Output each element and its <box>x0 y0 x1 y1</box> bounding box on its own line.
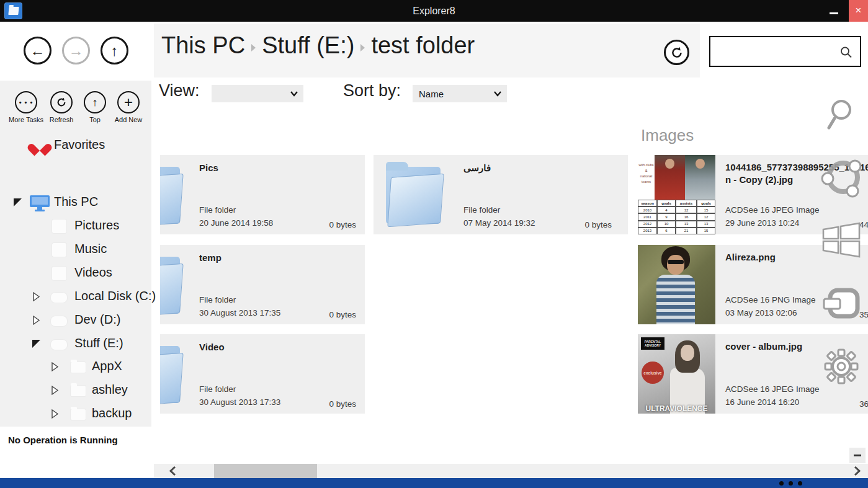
status-text: No Operation is Running <box>8 435 118 445</box>
start-charm-icon[interactable] <box>821 222 862 259</box>
search-box <box>709 36 861 67</box>
tree-item-stuff-e[interactable]: Stuff (E:) <box>0 335 151 355</box>
expand-twisty-icon[interactable] <box>32 315 40 326</box>
parental-advisory-label: PARENTAL ADVISORY <box>641 337 664 350</box>
add-new-label: Add New <box>104 116 153 123</box>
refresh-icon <box>56 97 67 108</box>
view-label: View: <box>159 81 200 100</box>
search-charm-icon[interactable] <box>826 97 861 133</box>
folder-icon <box>385 162 445 228</box>
drive-icon <box>51 316 67 326</box>
minimize-icon <box>830 12 838 14</box>
collapse-twisty-icon[interactable] <box>14 198 22 206</box>
forward-button[interactable]: → <box>62 37 90 64</box>
scroll-right-icon[interactable] <box>854 466 861 476</box>
tile-folder-temp[interactable]: temp File folder30 August 2013 17:35 0 b… <box>160 245 365 324</box>
favorites-header[interactable]: Favorites <box>0 134 151 156</box>
settings-charm-icon[interactable] <box>824 348 859 384</box>
back-button[interactable]: ← <box>24 37 51 64</box>
plus-icon: + <box>124 96 133 109</box>
breadcrumb-current-folder[interactable]: test folder <box>371 32 475 59</box>
tree-item-this-pc[interactable]: This PC <box>0 193 151 213</box>
stats-table: seasongoalsassistsgoals 201041215 201191… <box>638 200 715 234</box>
pictures-icon <box>52 220 66 233</box>
folder-icon <box>160 341 185 407</box>
drive-icon <box>51 293 67 303</box>
images-group-header: Images <box>641 126 694 145</box>
appbar-dot-icon <box>798 481 802 486</box>
minimize-button[interactable] <box>822 0 846 22</box>
up-arrow-icon: ↑ <box>92 96 98 109</box>
search-input[interactable] <box>715 40 836 63</box>
sort-value: Name <box>419 89 444 99</box>
expand-twisty-icon[interactable] <box>51 362 59 372</box>
breadcrumb-separator-icon <box>251 44 256 51</box>
breadcrumb-drive[interactable]: Stuff (E:) <box>262 32 354 59</box>
up-button[interactable]: ↑ <box>101 37 128 64</box>
appbar-dot-icon <box>779 481 784 486</box>
sort-dropdown[interactable]: Name <box>413 85 507 102</box>
expand-twisty-icon[interactable] <box>51 409 59 419</box>
heart-icon <box>32 139 47 153</box>
tile-folder-pics[interactable]: Pics File folder20 June 2014 19:58 0 byt… <box>160 155 365 234</box>
breadcrumb-bar: This PC Stuff (E:) test folder <box>154 24 700 78</box>
scroll-left-icon[interactable] <box>169 466 176 476</box>
minus-icon <box>854 455 861 456</box>
folder-icon <box>71 362 86 373</box>
tree-item-dev-d[interactable]: Dev (D:) <box>0 311 151 331</box>
tree-item-music[interactable]: Music <box>0 241 151 260</box>
ellipsis-icon: • • • <box>19 99 34 106</box>
app-icon <box>4 2 22 19</box>
title-bar: Explorer8 × <box>0 0 868 22</box>
breadcrumb-this-pc[interactable]: This PC <box>161 32 245 59</box>
refresh-icon <box>670 46 684 60</box>
tree-item-videos[interactable]: Videos <box>0 264 151 284</box>
breadcrumb-separator-icon <box>360 44 365 51</box>
player-photo-red <box>655 155 685 200</box>
chevron-down-icon <box>290 91 298 97</box>
folder-icon <box>71 409 86 420</box>
horizontal-scrollbar[interactable] <box>154 464 868 478</box>
drive-icon <box>51 340 67 350</box>
image-thumbnail <box>638 245 715 324</box>
exclusive-sticker: exclusive <box>642 362 664 384</box>
window-title: Explorer8 <box>0 0 868 22</box>
album-title: ULTRAVIOLENCE <box>641 404 712 413</box>
refresh-path-button[interactable] <box>664 40 689 65</box>
forward-arrow-icon: → <box>69 42 84 60</box>
view-dropdown[interactable] <box>212 85 303 102</box>
computer-icon <box>30 195 50 211</box>
chevron-down-icon <box>493 91 502 97</box>
share-charm-icon[interactable] <box>820 156 866 200</box>
breadcrumb: This PC Stuff (E:) test folder <box>159 32 477 59</box>
image-thumbnail: with clubs & national teams seasongoalsa… <box>638 155 715 234</box>
back-arrow-icon: ← <box>30 42 45 60</box>
favorites-label: Favorites <box>54 138 105 152</box>
scrollbar-thumb[interactable] <box>214 464 317 478</box>
player-photo-gray <box>685 155 715 200</box>
tree-item-ashley[interactable]: ashley <box>0 381 151 401</box>
app-bar[interactable] <box>0 478 868 488</box>
tile-folder-farsi[interactable]: فارسی File folder07 May 2014 19:32 0 byt… <box>374 155 628 234</box>
sort-by-label: Sort by: <box>343 81 401 100</box>
tree-item-local-disk-c[interactable]: Local Disk (C:) <box>0 288 151 308</box>
add-new-button[interactable]: + Add New <box>104 91 153 123</box>
search-icon <box>839 46 853 60</box>
devices-charm-icon[interactable] <box>821 285 860 321</box>
image-thumbnail: PARENTAL ADVISORY exclusive ULTRAVIOLENC… <box>638 334 715 414</box>
folder-icon <box>160 162 185 228</box>
folder-icon <box>160 252 185 317</box>
expand-twisty-icon[interactable] <box>51 385 59 396</box>
tree-item-pictures[interactable]: Pictures <box>0 217 151 237</box>
folder-icon <box>71 386 86 396</box>
expand-twisty-icon[interactable] <box>32 291 40 302</box>
collapse-twisty-icon[interactable] <box>32 340 40 348</box>
tree-item-backup[interactable]: backup <box>0 405 151 425</box>
close-button[interactable]: × <box>849 0 868 22</box>
videos-icon <box>52 267 66 280</box>
tile-folder-video[interactable]: Video File folder30 August 2013 17:33 0 … <box>160 334 365 414</box>
folder-app-icon <box>8 7 19 15</box>
semantic-zoom-out-button[interactable] <box>849 448 866 463</box>
sidebar: • • • More Tasks Refresh ↑ Top + Add New… <box>0 81 151 427</box>
tree-item-appx[interactable]: AppX <box>0 358 151 378</box>
